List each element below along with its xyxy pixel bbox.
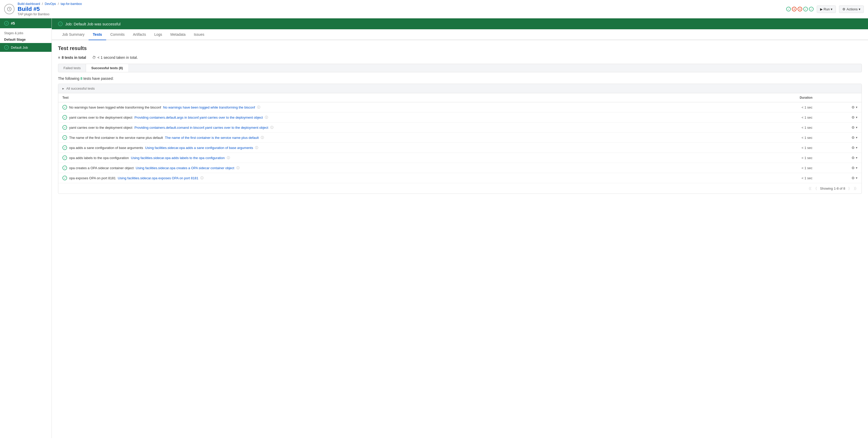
test-gear-icon-4[interactable]: ⚙ bbox=[851, 146, 855, 150]
prev-page-btn[interactable]: ⟨ bbox=[814, 186, 818, 191]
test-prefix-7: opa exposes OPA on port 8181 bbox=[69, 176, 116, 180]
test-action-cell-3: ⚙ ▾ bbox=[816, 132, 862, 143]
test-duration-1: < 1 sec bbox=[750, 112, 817, 122]
breadcrumb-devops[interactable]: DevOps bbox=[45, 2, 56, 6]
test-gear-icon-1[interactable]: ⚙ bbox=[851, 115, 855, 119]
test-link-6[interactable]: Using facilities.sidecar.opa creates a O… bbox=[136, 166, 234, 170]
test-check-icon-6: ✓ bbox=[62, 166, 67, 170]
test-info-icon-5: ⓘ bbox=[227, 156, 230, 160]
test-duration-5: < 1 sec bbox=[750, 153, 817, 163]
filter-tab-failed[interactable]: Failed tests bbox=[58, 64, 86, 72]
panel-header-label: All successful tests bbox=[66, 87, 95, 90]
test-time-label: < 1 second taken in total. bbox=[97, 55, 138, 60]
test-link-3[interactable]: The name of the first container is the s… bbox=[165, 136, 259, 140]
test-info-icon-7: ⓘ bbox=[200, 176, 204, 180]
test-gear-icon-0[interactable]: ⚙ bbox=[851, 105, 855, 109]
test-duration-7: < 1 sec bbox=[750, 173, 817, 183]
status-icon-1: ✓ bbox=[786, 7, 791, 11]
test-duration-3: < 1 sec bbox=[750, 132, 817, 143]
test-count: ≡ 8 tests in total bbox=[58, 55, 86, 60]
test-info-icon-2: ⓘ bbox=[270, 125, 274, 130]
col-duration: Duration bbox=[750, 93, 817, 102]
test-cell-6: ✓ opa creates a OPA sidecar container ob… bbox=[58, 163, 750, 173]
test-link-1[interactable]: Providing containers.default.args in bis… bbox=[134, 116, 263, 119]
filter-tab-successful[interactable]: Successful tests (8) bbox=[86, 64, 128, 72]
test-link-7[interactable]: Using facilities.sidecar.opa exposes OPA… bbox=[118, 176, 198, 180]
tab-commits[interactable]: Commits bbox=[106, 29, 129, 40]
page-title: Test results bbox=[58, 45, 862, 51]
table-row: ✓ yaml carries over to the deployment ob… bbox=[58, 122, 862, 132]
tab-logs[interactable]: Logs bbox=[150, 29, 166, 40]
test-chevron-icon-3[interactable]: ▾ bbox=[856, 136, 857, 139]
run-label: Run bbox=[824, 7, 830, 11]
breadcrumb-tap-for-bamboo[interactable]: tap-for-bamboo bbox=[61, 2, 82, 6]
sidebar-section-title: Stages & jobs bbox=[0, 28, 52, 36]
last-page-btn[interactable]: ⟩⟩ bbox=[853, 186, 857, 191]
first-page-btn[interactable]: ⟨⟨ bbox=[808, 186, 812, 191]
status-icons: ✓ ✕ ✕ ✓ ✓ bbox=[786, 7, 814, 11]
test-prefix-1: yaml carries over to the deployment obje… bbox=[69, 116, 132, 119]
test-summary: ≡ 8 tests in total ⏱ < 1 second taken in… bbox=[58, 55, 862, 60]
test-cell-2: ✓ yaml carries over to the deployment ob… bbox=[58, 122, 750, 132]
gear-settings-icon: ⚙ bbox=[842, 7, 845, 11]
tab-artifacts[interactable]: Artifacts bbox=[129, 29, 150, 40]
panel-collapse-btn[interactable]: ▸ bbox=[62, 87, 64, 90]
test-check-icon-3: ✓ bbox=[62, 135, 67, 140]
actions-button[interactable]: ⚙ Actions ▾ bbox=[839, 5, 864, 13]
test-chevron-icon-6[interactable]: ▾ bbox=[856, 166, 857, 170]
test-info-icon-6: ⓘ bbox=[237, 166, 240, 170]
tabs-nav: Job Summary Tests Commits Artifacts Logs… bbox=[52, 29, 868, 40]
test-gear-icon-3[interactable]: ⚙ bbox=[851, 136, 855, 140]
test-chevron-icon-2[interactable]: ▾ bbox=[856, 126, 857, 129]
test-chevron-icon-4[interactable]: ▾ bbox=[856, 146, 857, 149]
test-prefix-2: yaml carries over to the deployment obje… bbox=[69, 126, 132, 129]
test-info-icon-4: ⓘ bbox=[255, 146, 258, 150]
tab-issues[interactable]: Issues bbox=[190, 29, 208, 40]
test-gear-icon-7[interactable]: ⚙ bbox=[851, 176, 855, 180]
test-cell-3: ✓ The name of the first container is the… bbox=[58, 132, 750, 143]
test-check-icon-4: ✓ bbox=[62, 145, 67, 150]
tab-tests[interactable]: Tests bbox=[89, 29, 106, 40]
test-duration-0: < 1 sec bbox=[750, 102, 817, 112]
test-cell-7: ✓ opa exposes OPA on port 8181 Using fac… bbox=[58, 173, 750, 183]
test-chevron-icon-7[interactable]: ▾ bbox=[856, 176, 857, 180]
content-area: Test results ≡ 8 tests in total ⏱ < 1 se… bbox=[52, 40, 868, 199]
run-button[interactable]: ▶ Run ▾ bbox=[817, 5, 836, 13]
filter-tabs: Failed tests Successful tests (8) bbox=[58, 64, 862, 72]
test-chevron-icon-1[interactable]: ▾ bbox=[856, 116, 857, 119]
breadcrumb-build-dashboard[interactable]: Build dashboard bbox=[18, 2, 40, 6]
test-check-icon-1: ✓ bbox=[62, 115, 67, 120]
pagination: ⟨⟨ ⟨ Showing 1-8 of 8 ⟩ ⟩⟩ bbox=[58, 183, 862, 194]
table-header-row: Test Duration bbox=[58, 93, 862, 102]
test-link-5[interactable]: Using facilities.sidecar.opa adds labels… bbox=[131, 156, 225, 160]
success-check-icon: ✓ bbox=[58, 22, 63, 26]
test-gear-icon-6[interactable]: ⚙ bbox=[851, 166, 855, 170]
test-action-cell-2: ⚙ ▾ bbox=[816, 122, 862, 132]
test-gear-icon-5[interactable]: ⚙ bbox=[851, 156, 855, 160]
sidebar-job[interactable]: ✓ Default Job bbox=[0, 43, 52, 52]
run-chevron-icon: ▾ bbox=[831, 7, 833, 11]
test-cell-5: ✓ opa adds labels to the opa configurati… bbox=[58, 153, 750, 163]
test-chevron-icon-0[interactable]: ▾ bbox=[856, 106, 857, 109]
test-link-0[interactable]: No warnings have been logged while trans… bbox=[163, 106, 255, 109]
sidebar-build-item[interactable]: ✓ #5 bbox=[0, 19, 52, 28]
test-chevron-icon-5[interactable]: ▾ bbox=[856, 156, 857, 159]
panel-header: ▸ All successful tests bbox=[58, 84, 862, 93]
test-link-2[interactable]: Providing containers.default.comand in b… bbox=[134, 126, 268, 129]
table-row: ✓ yaml carries over to the deployment ob… bbox=[58, 112, 862, 122]
test-action-cell-6: ⚙ ▾ bbox=[816, 163, 862, 173]
test-check-icon-5: ✓ bbox=[62, 155, 67, 160]
test-link-4[interactable]: Using facilities.sidecar.opa adds a sane… bbox=[145, 146, 253, 150]
test-gear-icon-2[interactable]: ⚙ bbox=[851, 125, 855, 129]
header-title-block: Build dashboard / DevOps / tap-for-bambo… bbox=[18, 2, 786, 16]
sidebar-job-icon: ✓ bbox=[4, 45, 9, 50]
test-prefix-0: No warnings have been logged while trans… bbox=[69, 106, 161, 109]
test-prefix-5: opa adds labels to the opa configuration bbox=[69, 156, 129, 160]
test-check-icon-7: ✓ bbox=[62, 176, 67, 180]
clock-icon: ⏱ bbox=[92, 55, 96, 60]
next-page-btn[interactable]: ⟩ bbox=[847, 186, 851, 191]
tab-metadata[interactable]: Metadata bbox=[166, 29, 190, 40]
passed-text: The following 8 tests have passed: bbox=[58, 77, 862, 81]
tab-job-summary[interactable]: Job Summary bbox=[58, 29, 89, 40]
header-actions: ✓ ✕ ✕ ✓ ✓ ▶ Run ▾ ⚙ Actions ▾ bbox=[786, 5, 864, 13]
